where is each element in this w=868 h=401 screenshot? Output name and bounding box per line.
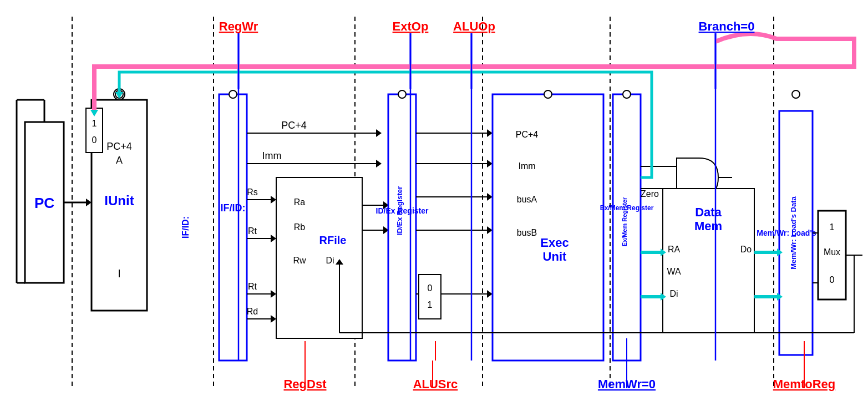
unit-label: Unit — [543, 250, 567, 263]
pc4-line-label: PC+4 — [281, 120, 307, 131]
mem-label: Mem — [694, 219, 722, 233]
pc4-ex-label: PC+4 — [516, 130, 539, 139]
exmem-text: Ex/Mem Register — [621, 197, 628, 246]
svg-point-73 — [544, 90, 552, 98]
di-dm-label: Di — [669, 289, 678, 298]
datamem-label: Data — [695, 205, 722, 219]
pc4a-label: PC+4 — [106, 141, 132, 152]
svg-point-71 — [229, 90, 237, 98]
svg-rect-30 — [276, 177, 362, 338]
svg-point-75 — [792, 90, 800, 98]
branch0-label: Branch=0 — [699, 19, 755, 33]
memwr0-label: MemWr=0 — [598, 377, 656, 391]
imm-ex-label: Imm — [518, 161, 535, 171]
iunit-label: IUnit — [104, 193, 134, 208]
rw-label: Rw — [293, 256, 306, 265]
svg-rect-17 — [219, 94, 247, 361]
rb-label: Rb — [294, 222, 306, 232]
cpu-pipeline-diagram: PC PC+4 A IUnit I 1 0 IF/ID: PC+4 Imm Rs… — [0, 0, 868, 401]
do-dm-label: Do — [740, 245, 752, 254]
memtoreg-label: MemtoReg — [773, 377, 835, 391]
rt1-label: Rt — [248, 226, 257, 236]
aluop-label: ALUOp — [453, 19, 495, 33]
ifid-label: IF/ID: — [221, 202, 246, 214]
alusrc-label: ALUSrc — [413, 377, 458, 391]
busa-label: busA — [517, 195, 537, 204]
svg-rect-47 — [493, 94, 603, 361]
svg-point-74 — [623, 90, 631, 98]
mux-1-mid: 1 — [428, 300, 433, 309]
pc-label: PC — [34, 195, 54, 211]
rfile-label: RFile — [319, 234, 347, 246]
i-label: I — [118, 267, 121, 280]
regwr-label: RegWr — [219, 19, 258, 33]
svg-rect-46 — [419, 275, 441, 319]
ra-label: Ra — [294, 197, 306, 207]
memwr-text: Mem/Wr: Load's Data — [789, 196, 798, 270]
mux-label: Mux — [824, 247, 840, 257]
zero-label: Zero — [641, 189, 659, 199]
busb-label: busB — [517, 228, 537, 237]
ifid-text: IF/ID: — [181, 216, 190, 238]
ra-dm-label: RA — [668, 245, 681, 254]
rd-label: Rd — [247, 307, 258, 316]
idex-text: ID/Ex Register — [395, 186, 404, 235]
mux-1-left: 1 — [92, 119, 97, 128]
regdst-label: RegDst — [283, 377, 327, 391]
mux-0-mid: 0 — [428, 283, 433, 293]
svg-point-72 — [398, 90, 406, 98]
wa-dm-label: WA — [667, 267, 681, 276]
rt2-label: Rt — [248, 282, 257, 291]
imm-line-label: Imm — [262, 150, 282, 161]
a-label: A — [116, 155, 123, 166]
mux-1-right: 1 — [830, 222, 835, 232]
di-label: Di — [326, 256, 334, 265]
mux-0-right: 0 — [830, 275, 835, 285]
rs-label: Rs — [247, 187, 258, 197]
mux-0-left: 0 — [92, 135, 97, 145]
extop-label: ExtOp — [393, 19, 429, 33]
exec-label: Exec — [540, 236, 568, 250]
